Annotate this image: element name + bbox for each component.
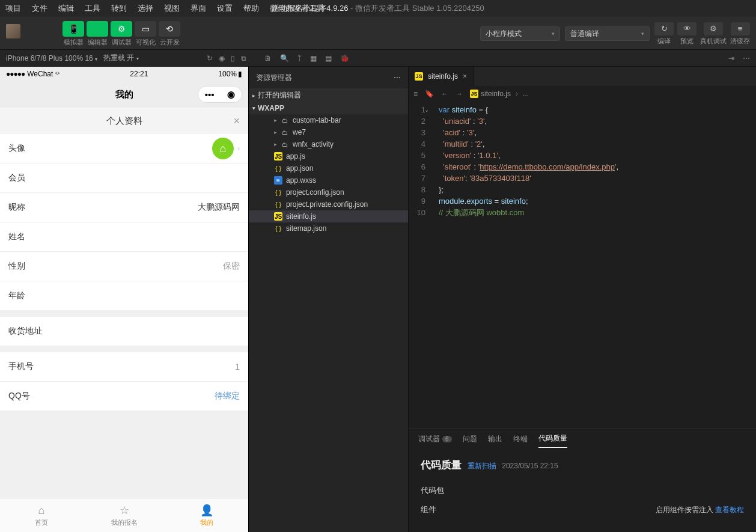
editor-panel: JS siteinfo.js × ≡ 🔖 ← → JSsiteinfo.js›.… [409,67,756,532]
btab-output[interactable]: 输出 [488,430,502,448]
menu-select[interactable]: 选择 [132,3,159,14]
bottom-panel: 调试器6 问题 输出 终端 代码质量 代码质量 重新扫描 2023/05/15 … [409,429,756,532]
folder-we7[interactable]: ▸🗀we7 [249,126,408,138]
file-app.js[interactable]: JSapp.js [249,150,408,162]
js-icon: JS [274,212,282,221]
debug-icon[interactable]: 🐞 [340,54,349,63]
explorer-title: 资源管理器 [256,73,292,83]
file-sitemap.json[interactable]: { }sitemap.json [249,222,408,234]
profile-row-会员[interactable]: 会员 [0,164,248,193]
profile-row-年龄[interactable]: 年龄 [0,281,248,311]
profile-row-姓名[interactable]: 姓名 [0,222,248,252]
extensions-icon[interactable]: ▦ [310,54,317,63]
menu-goto[interactable]: 转到 [106,3,132,14]
close-icon[interactable]: × [233,115,240,127]
profile-row-QQ号[interactable]: QQ号待绑定 [0,382,248,411]
nav-back-icon[interactable]: ← [441,90,448,98]
menu-settings[interactable]: 设置 [212,3,238,14]
user-avatar[interactable] [6,24,20,38]
tutorial-link[interactable]: 查看教程 [715,506,744,514]
tab-首页[interactable]: ⌂首页 [0,499,83,532]
nav-title: 我的 [115,89,133,100]
search-icon[interactable]: 🔍 [280,54,289,63]
component-hint: 启用组件按需注入 查看教程 [656,505,744,515]
toolbar-btn-编辑器[interactable]: 编辑器 [87,21,108,47]
tab-我的报名[interactable]: ☆我的报名 [83,499,166,532]
menu-project[interactable]: 项目 [0,3,26,14]
mode-dropdown[interactable]: 小程序模式▾ [480,26,560,41]
editor-tab-siteinfo[interactable]: JS siteinfo.js × [409,67,474,86]
files-icon[interactable]: 🗎 [264,54,272,63]
explorer-more-icon[interactable]: ⋯ [394,73,401,82]
toolbar-btn-调试器[interactable]: ⚙调试器 [111,21,132,47]
nav-fwd-icon[interactable]: → [456,90,463,98]
tab-我的[interactable]: 👤我的 [165,499,248,532]
folder-icon: 🗀 [281,140,289,148]
toolbar-btn-可视化[interactable]: ▭可视化 [135,21,156,47]
menu-tools[interactable]: 工具 [79,3,106,14]
folder-custom-tab-bar[interactable]: ▸🗀custom-tab-bar [249,114,408,126]
tab-close-icon[interactable]: × [463,72,467,81]
device-selector[interactable]: iPhone 6/7/8 Plus 100% 16 ▾ [6,54,97,63]
profile-row-头像[interactable]: 头像⌂› [0,134,248,164]
branch-icon[interactable]: ᛘ [297,54,302,63]
bookmark-icon[interactable]: 🔖 [425,90,434,98]
profile-row-收货地址[interactable]: 收货地址 [0,317,248,346]
record-icon[interactable]: ◉ [219,54,225,63]
code-editor[interactable]: 12345678910 ⌄var siteinfo = { 'uniacid' … [409,102,756,429]
battery-icon: ▮ [238,70,242,78]
component-label: 组件 [421,504,436,515]
menu-ui[interactable]: 界面 [185,3,212,14]
outline-icon[interactable]: ▤ [325,54,332,63]
file-project.config.json[interactable]: { }project.config.json [249,186,408,198]
device-icon[interactable]: ▯ [231,54,235,63]
more-icon[interactable]: ⋯ [743,54,750,63]
avatar-icon: ⌂ [212,138,234,159]
menu-help[interactable]: 帮助 [238,3,264,14]
pkg-section-title: 代码包 [421,485,744,496]
profile-row-手机号[interactable]: 手机号1 [0,352,248,382]
split-right-icon[interactable]: ⇥ [728,54,734,63]
menu-file[interactable]: 文件 [26,3,53,14]
simulator-panel: ●●●●● WeChat ⌔ 22:21 100%▮ 我的 •••◉ 个人资料 … [0,67,249,532]
refresh-icon[interactable]: ↻ [207,54,213,63]
popout-icon[interactable]: ⧉ [241,54,246,63]
hot-reload-toggle[interactable]: 热重载 开 ▾ [103,53,139,63]
file-project.private.config.json[interactable]: { }project.private.config.json [249,198,408,210]
file-siteinfo.js[interactable]: JSsiteinfo.js [249,210,408,222]
wxss-icon: ≡ [274,176,282,185]
quality-title: 代码质量 [421,458,462,472]
menu-view[interactable]: 视图 [159,3,185,14]
btab-debugger[interactable]: 调试器6 [418,430,452,448]
toolbar-btn-模拟器[interactable]: 📱模拟器 [62,21,84,47]
sim-time: 22:21 [130,70,148,78]
toolbar-btn-云开发[interactable]: ⟲云开发 [159,21,180,47]
json-icon: { } [274,200,282,209]
js-icon: JS [415,72,423,81]
open-editors-section[interactable]: ▸打开的编辑器 [249,88,408,102]
toolbar-right-真机调试[interactable]: ⚙真机调试 [700,22,727,46]
file-app.json[interactable]: { }app.json [249,162,408,174]
list-icon[interactable]: ≡ [413,90,418,98]
profile-row-昵称[interactable]: 昵称大鹏源码网 [0,193,248,222]
js-icon: JS [470,90,478,98]
toolbar-right-编译[interactable]: ↻编译 [654,22,674,46]
compile-dropdown[interactable]: 普通编译▾ [565,26,650,41]
profile-list[interactable]: 头像⌂›会员昵称大鹏源码网姓名性别保密年龄收货地址手机号1QQ号待绑定 [0,134,248,498]
btab-quality[interactable]: 代码质量 [538,430,567,448]
toolbar-right-预览[interactable]: 👁预览 [677,22,697,46]
btab-terminal[interactable]: 终端 [513,430,528,448]
capsule-button[interactable]: •••◉ [198,86,242,103]
folder-wnfx_activity[interactable]: ▸🗀wnfx_activity [249,138,408,150]
profile-row-性别[interactable]: 性别保密 [0,252,248,281]
file-app.wxss[interactable]: ≡app.wxss [249,174,408,186]
root-folder[interactable]: ▾WXAPP [249,102,408,114]
menu-edit[interactable]: 编辑 [53,3,79,14]
json-icon: { } [274,224,282,233]
btab-problems[interactable]: 问题 [463,430,477,448]
explorer-panel: 资源管理器 ⋯ ▸打开的编辑器 ▾WXAPP ▸🗀custom-tab-bar▸… [249,67,409,532]
toolbar-right-清缓存[interactable]: ≡清缓存 [730,22,750,46]
sim-status-bar: ●●●●● WeChat ⌔ 22:21 100%▮ [0,67,248,81]
toolbar: 📱模拟器编辑器⚙调试器▭可视化⟲云开发 小程序模式▾ 普通编译▾ ↻编译👁预览⚙… [0,17,756,50]
rescan-link[interactable]: 重新扫描 [468,462,496,470]
